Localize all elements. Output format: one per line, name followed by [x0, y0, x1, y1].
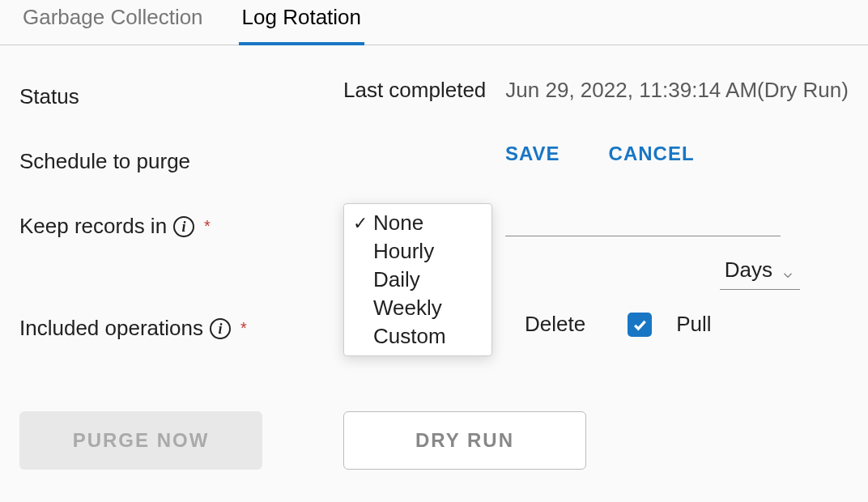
info-icon[interactable]: i	[210, 318, 231, 339]
keep-records-label: Keep records in	[19, 214, 167, 239]
tab-garbage-collection[interactable]: Garbage Collection	[19, 0, 206, 45]
included-ops-label: Included operations	[19, 316, 203, 341]
schedule-label: Schedule to purge	[19, 143, 343, 174]
tabs-bar: Garbage Collection Log Rotation	[0, 0, 868, 45]
delete-checkbox-label: Delete	[525, 312, 585, 337]
save-button[interactable]: SAVE	[505, 143, 560, 165]
dropdown-option-weekly[interactable]: Weekly	[344, 294, 491, 322]
pull-checkbox-label: Pull	[676, 312, 711, 337]
last-completed-label: Last completed	[343, 78, 486, 103]
dropdown-option-label: None	[373, 211, 423, 236]
dropdown-option-label: Weekly	[373, 296, 442, 321]
dry-run-button[interactable]: DRY RUN	[343, 411, 586, 470]
dropdown-option-label: Hourly	[373, 239, 434, 264]
content-area: Status Last completed Jun 29, 2022, 11:3…	[0, 45, 868, 470]
dropdown-option-label: Custom	[373, 324, 446, 349]
tab-log-rotation[interactable]: Log Rotation	[239, 0, 364, 45]
chevron-down-icon	[781, 263, 795, 278]
cancel-button[interactable]: CANCEL	[609, 143, 695, 165]
action-buttons: PURGE NOW DRY RUN	[19, 411, 849, 470]
check-icon: ✓	[352, 213, 368, 234]
schedule-row: Schedule to purge SAVE CANCEL	[19, 143, 849, 188]
unit-select[interactable]: Days	[720, 256, 800, 290]
purge-now-button: PURGE NOW	[19, 411, 262, 470]
info-icon[interactable]: i	[173, 216, 194, 237]
last-completed-value: Jun 29, 2022, 11:39:14 AM(Dry Run)	[505, 78, 848, 103]
schedule-dropdown[interactable]: ✓ None Hourly Daily Weekly Custom	[343, 203, 492, 356]
keep-records-input[interactable]	[505, 207, 781, 236]
status-row: Status Last completed Jun 29, 2022, 11:3…	[19, 78, 849, 123]
unit-select-value: Days	[725, 257, 772, 283]
required-asterisk: *	[240, 319, 247, 338]
dropdown-option-none[interactable]: ✓ None	[344, 209, 491, 237]
required-asterisk: *	[204, 217, 211, 236]
dropdown-option-label: Daily	[373, 267, 420, 292]
pull-checkbox[interactable]	[628, 313, 652, 337]
dropdown-option-custom[interactable]: Custom	[344, 322, 491, 351]
dropdown-option-hourly[interactable]: Hourly	[344, 237, 491, 266]
check-icon	[632, 317, 648, 333]
status-label: Status	[19, 78, 343, 109]
dropdown-option-daily[interactable]: Daily	[344, 266, 491, 294]
